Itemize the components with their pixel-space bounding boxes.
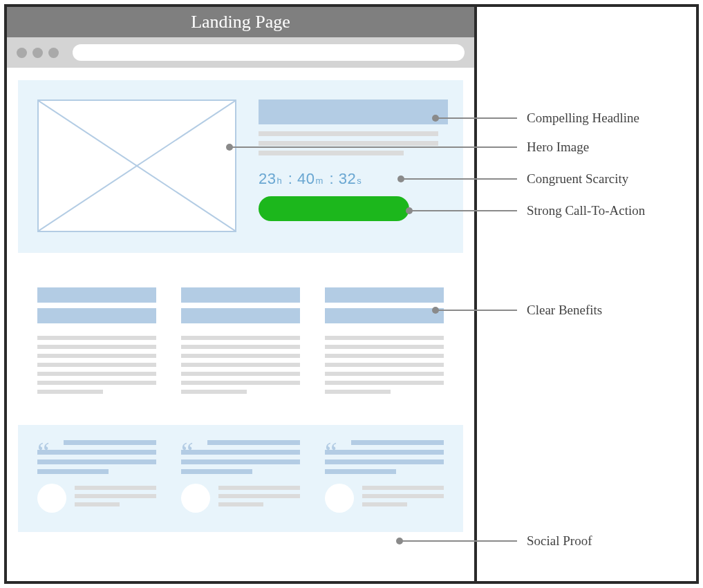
benefit-text-line: [181, 381, 300, 385]
traffic-light-icon: [32, 48, 43, 58]
testimonial-text-line: [325, 450, 444, 455]
testimonial-text-line: [37, 450, 156, 455]
benefit-text-line: [181, 336, 300, 340]
testimonial-text-line: [325, 469, 396, 474]
address-bar[interactable]: [73, 44, 465, 61]
benefit-text-line: [325, 390, 391, 394]
quote-icon: “: [37, 447, 50, 458]
window-title: Landing Page: [7, 7, 474, 37]
author-name-line: [362, 502, 407, 506]
countdown-sep: :: [325, 170, 339, 187]
avatar-icon: [37, 484, 66, 513]
countdown-timer: 23h : 40m : 32s: [259, 170, 363, 188]
author-name-line: [75, 486, 156, 490]
testimonial-author: [181, 484, 300, 513]
benefit-title-placeholder: [37, 287, 156, 303]
subheadline-line: [259, 151, 404, 155]
testimonial-text-line: [325, 459, 444, 464]
benefit-text-line: [37, 381, 156, 385]
testimonial-text-line: [181, 469, 252, 474]
leader-line: [401, 178, 517, 180]
testimonial-text-line: [181, 450, 300, 455]
avatar-icon: [325, 484, 354, 513]
testimonial-text-line: [37, 459, 156, 464]
avatar-icon: [181, 484, 210, 513]
annotation-benefits: Clear Benefits: [527, 303, 602, 318]
benefit-text-line: [181, 372, 300, 376]
testimonial-text-line: [207, 440, 300, 445]
countdown-hours: 23: [259, 170, 276, 187]
annotations-panel: Compelling Headline Hero Image Congruent…: [477, 7, 696, 581]
benefit-text-line: [325, 354, 444, 358]
benefit-text-line: [37, 363, 156, 367]
benefit-text-line: [181, 390, 247, 394]
author-name-line: [75, 502, 120, 506]
benefit-title-placeholder: [181, 287, 300, 303]
testimonial-text-line: [181, 459, 300, 464]
author-name-line: [362, 486, 444, 490]
benefit-text-line: [37, 390, 103, 394]
benefit-column: [37, 287, 156, 399]
subheadline-line: [259, 141, 438, 146]
countdown-unit-s: s: [357, 176, 362, 186]
testimonial-text-line: [351, 440, 444, 445]
countdown-seconds: 32: [339, 170, 356, 187]
benefit-title-placeholder: [181, 308, 300, 323]
author-name-line: [218, 486, 300, 490]
testimonial-text-line: [64, 440, 156, 445]
testimonials-row: “: [18, 425, 463, 532]
testimonial-author: [325, 484, 444, 513]
hero-image-placeholder: [37, 99, 236, 232]
placeholder-x-icon: [39, 101, 235, 231]
author-name-line: [218, 502, 263, 506]
countdown-minutes: 40: [297, 170, 315, 187]
browser-toolbar: [7, 37, 474, 68]
leader-line: [409, 210, 517, 211]
annotation-scarcity: Congruent Scarcity: [527, 171, 628, 187]
benefit-text-line: [325, 345, 444, 349]
subheadline-line: [259, 131, 438, 136]
annotation-social: Social Proof: [527, 533, 592, 549]
benefit-text-line: [37, 372, 156, 376]
benefit-text-line: [37, 354, 156, 358]
hero-section: 23h : 40m : 32s: [18, 80, 463, 253]
benefit-title-placeholder: [325, 308, 444, 323]
benefit-text-line: [37, 345, 156, 349]
browser-wireframe: Landing Page 23h : 40m : 3: [7, 7, 477, 581]
annotation-headline: Compelling Headline: [527, 111, 639, 126]
leader-line: [229, 146, 517, 148]
benefit-title-placeholder: [37, 308, 156, 323]
benefit-column: [181, 287, 300, 399]
benefit-text-line: [325, 363, 444, 367]
leader-line: [400, 540, 517, 542]
quote-icon: “: [181, 447, 194, 458]
benefit-text-line: [325, 336, 444, 340]
cta-button[interactable]: [259, 196, 409, 221]
countdown-unit-m: m: [316, 176, 324, 186]
benefit-text-line: [181, 354, 300, 358]
page-body: 23h : 40m : 32s: [7, 68, 474, 581]
testimonial-text-line: [37, 469, 109, 474]
countdown-unit-h: h: [276, 176, 282, 186]
testimonial-card: “: [37, 440, 156, 513]
author-name-line: [218, 494, 300, 498]
leader-line: [435, 310, 517, 311]
quote-icon: “: [325, 447, 337, 458]
testimonial-author: [37, 484, 156, 513]
author-name-line: [362, 494, 444, 498]
traffic-light-icon: [17, 48, 27, 58]
annotation-cta: Strong Call-To-Action: [527, 203, 645, 218]
benefit-column: [325, 287, 444, 399]
benefits-row: [18, 287, 463, 399]
testimonial-card: “: [181, 440, 300, 513]
leader-line: [435, 117, 517, 119]
diagram-frame: Landing Page 23h : 40m : 3: [4, 4, 699, 584]
benefit-text-line: [325, 372, 444, 376]
benefit-text-line: [181, 363, 300, 367]
benefit-title-placeholder: [325, 287, 444, 303]
annotation-hero: Hero Image: [527, 140, 589, 155]
author-name-line: [75, 494, 156, 498]
benefit-text-line: [181, 345, 300, 349]
testimonial-card: “: [325, 440, 444, 513]
countdown-sep: :: [283, 170, 297, 187]
